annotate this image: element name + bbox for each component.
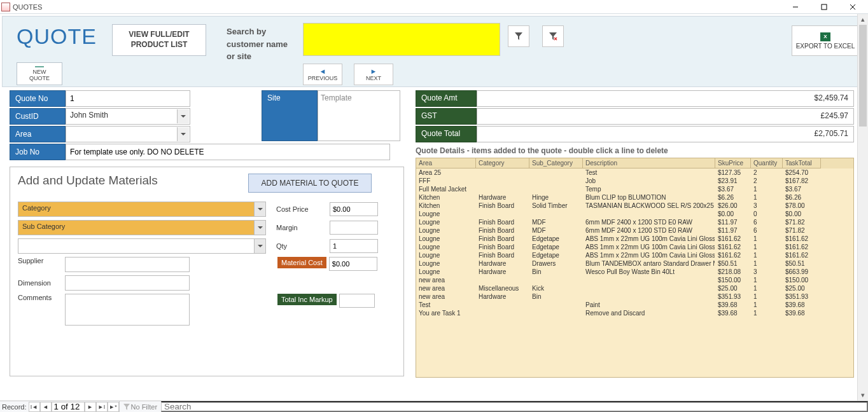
scroll-up-icon[interactable]: ▴ bbox=[858, 14, 868, 25]
maximize-button[interactable] bbox=[809, 1, 838, 13]
funnel-clear-icon bbox=[549, 32, 557, 41]
view-full-edit-button[interactable]: VIEW FULL/EDIT PRODUCT LIST bbox=[112, 24, 206, 56]
new-quote-label: NEW QUOTE bbox=[24, 69, 55, 81]
new-quote-button[interactable]: NEW QUOTE bbox=[17, 62, 62, 85]
search-label: Search by customer name or site bbox=[227, 25, 297, 63]
minimize-button[interactable] bbox=[781, 1, 809, 13]
close-button[interactable] bbox=[838, 1, 867, 13]
window-title: QUOTES bbox=[13, 3, 42, 11]
svg-rect-0 bbox=[822, 4, 827, 10]
access-form-icon bbox=[1, 3, 10, 11]
previous-button[interactable]: ◄ PREVIOUS bbox=[303, 64, 342, 85]
arrow-left-icon: ◄ bbox=[319, 67, 326, 75]
header-ribbon: QUOTE VIEW FULL/EDIT PRODUCT LIST NEW QU… bbox=[2, 16, 866, 87]
new-quote-icon bbox=[35, 66, 44, 67]
window-titlebar: QUOTES bbox=[0, 0, 868, 14]
search-input[interactable] bbox=[303, 23, 500, 56]
scroll-thumb[interactable] bbox=[859, 25, 867, 89]
page-title: QUOTE bbox=[17, 24, 97, 49]
next-button[interactable]: ► NEXT bbox=[354, 64, 393, 85]
next-label: NEXT bbox=[366, 75, 381, 81]
excel-icon: X bbox=[820, 32, 830, 41]
filter-apply-button[interactable] bbox=[508, 25, 529, 47]
export-to-excel-button[interactable]: X EXPORT TO EXCEL bbox=[792, 25, 859, 56]
arrow-right-icon: ► bbox=[370, 67, 377, 75]
funnel-icon bbox=[514, 32, 523, 41]
export-label: EXPORT TO EXCEL bbox=[796, 43, 855, 50]
vertical-scrollbar[interactable]: ▴ ▾ bbox=[857, 14, 868, 89]
previous-label: PREVIOUS bbox=[308, 75, 338, 81]
filter-clear-button[interactable] bbox=[542, 25, 564, 47]
